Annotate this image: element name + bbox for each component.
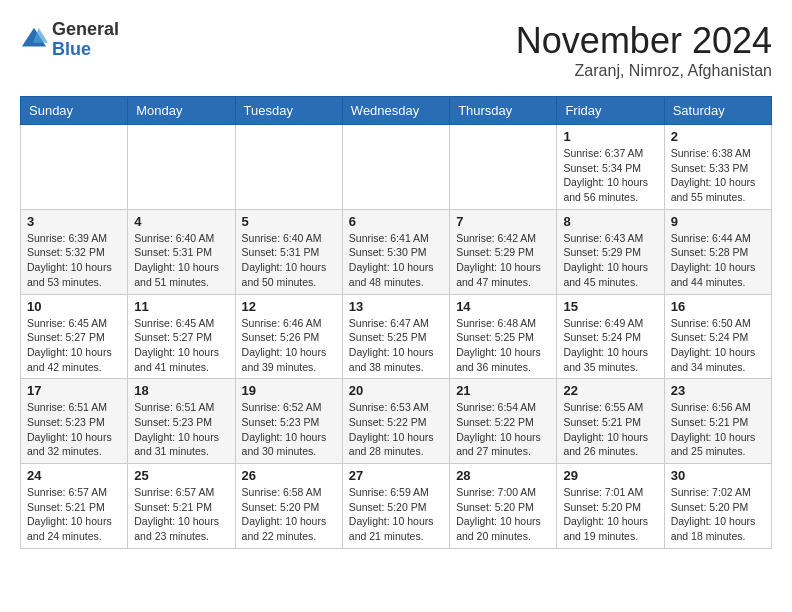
calendar-cell: 13Sunrise: 6:47 AM Sunset: 5:25 PM Dayli… (342, 294, 449, 379)
day-info: Sunrise: 6:53 AM Sunset: 5:22 PM Dayligh… (349, 400, 443, 459)
calendar-cell: 20Sunrise: 6:53 AM Sunset: 5:22 PM Dayli… (342, 379, 449, 464)
day-info: Sunrise: 6:45 AM Sunset: 5:27 PM Dayligh… (27, 316, 121, 375)
calendar-cell: 25Sunrise: 6:57 AM Sunset: 5:21 PM Dayli… (128, 464, 235, 549)
day-number: 27 (349, 468, 443, 483)
calendar-cell: 6Sunrise: 6:41 AM Sunset: 5:30 PM Daylig… (342, 209, 449, 294)
day-info: Sunrise: 6:55 AM Sunset: 5:21 PM Dayligh… (563, 400, 657, 459)
day-number: 17 (27, 383, 121, 398)
calendar-cell: 18Sunrise: 6:51 AM Sunset: 5:23 PM Dayli… (128, 379, 235, 464)
calendar-cell: 30Sunrise: 7:02 AM Sunset: 5:20 PM Dayli… (664, 464, 771, 549)
calendar-cell: 9Sunrise: 6:44 AM Sunset: 5:28 PM Daylig… (664, 209, 771, 294)
day-info: Sunrise: 6:48 AM Sunset: 5:25 PM Dayligh… (456, 316, 550, 375)
calendar-cell: 11Sunrise: 6:45 AM Sunset: 5:27 PM Dayli… (128, 294, 235, 379)
calendar-cell: 14Sunrise: 6:48 AM Sunset: 5:25 PM Dayli… (450, 294, 557, 379)
day-number: 14 (456, 299, 550, 314)
weekday-header: Tuesday (235, 97, 342, 125)
day-info: Sunrise: 6:41 AM Sunset: 5:30 PM Dayligh… (349, 231, 443, 290)
calendar-cell (21, 125, 128, 210)
day-number: 2 (671, 129, 765, 144)
calendar-cell: 17Sunrise: 6:51 AM Sunset: 5:23 PM Dayli… (21, 379, 128, 464)
day-info: Sunrise: 6:42 AM Sunset: 5:29 PM Dayligh… (456, 231, 550, 290)
logo: General Blue (20, 20, 119, 60)
calendar-cell: 1Sunrise: 6:37 AM Sunset: 5:34 PM Daylig… (557, 125, 664, 210)
calendar-table: SundayMondayTuesdayWednesdayThursdayFrid… (20, 96, 772, 549)
day-number: 6 (349, 214, 443, 229)
calendar-cell: 7Sunrise: 6:42 AM Sunset: 5:29 PM Daylig… (450, 209, 557, 294)
calendar-cell: 4Sunrise: 6:40 AM Sunset: 5:31 PM Daylig… (128, 209, 235, 294)
day-info: Sunrise: 6:54 AM Sunset: 5:22 PM Dayligh… (456, 400, 550, 459)
day-info: Sunrise: 6:57 AM Sunset: 5:21 PM Dayligh… (27, 485, 121, 544)
day-info: Sunrise: 6:49 AM Sunset: 5:24 PM Dayligh… (563, 316, 657, 375)
day-info: Sunrise: 6:38 AM Sunset: 5:33 PM Dayligh… (671, 146, 765, 205)
day-info: Sunrise: 6:58 AM Sunset: 5:20 PM Dayligh… (242, 485, 336, 544)
day-info: Sunrise: 6:45 AM Sunset: 5:27 PM Dayligh… (134, 316, 228, 375)
day-info: Sunrise: 6:44 AM Sunset: 5:28 PM Dayligh… (671, 231, 765, 290)
day-info: Sunrise: 6:46 AM Sunset: 5:26 PM Dayligh… (242, 316, 336, 375)
day-info: Sunrise: 7:01 AM Sunset: 5:20 PM Dayligh… (563, 485, 657, 544)
day-info: Sunrise: 6:51 AM Sunset: 5:23 PM Dayligh… (27, 400, 121, 459)
calendar-cell: 10Sunrise: 6:45 AM Sunset: 5:27 PM Dayli… (21, 294, 128, 379)
calendar-cell: 12Sunrise: 6:46 AM Sunset: 5:26 PM Dayli… (235, 294, 342, 379)
calendar-cell: 3Sunrise: 6:39 AM Sunset: 5:32 PM Daylig… (21, 209, 128, 294)
day-number: 29 (563, 468, 657, 483)
calendar-cell: 15Sunrise: 6:49 AM Sunset: 5:24 PM Dayli… (557, 294, 664, 379)
calendar-cell: 8Sunrise: 6:43 AM Sunset: 5:29 PM Daylig… (557, 209, 664, 294)
day-number: 21 (456, 383, 550, 398)
day-number: 1 (563, 129, 657, 144)
day-number: 7 (456, 214, 550, 229)
day-number: 30 (671, 468, 765, 483)
logo-icon (20, 26, 48, 54)
calendar-cell: 23Sunrise: 6:56 AM Sunset: 5:21 PM Dayli… (664, 379, 771, 464)
day-info: Sunrise: 6:56 AM Sunset: 5:21 PM Dayligh… (671, 400, 765, 459)
calendar-cell: 5Sunrise: 6:40 AM Sunset: 5:31 PM Daylig… (235, 209, 342, 294)
day-number: 3 (27, 214, 121, 229)
day-info: Sunrise: 6:43 AM Sunset: 5:29 PM Dayligh… (563, 231, 657, 290)
day-number: 20 (349, 383, 443, 398)
calendar-cell: 28Sunrise: 7:00 AM Sunset: 5:20 PM Dayli… (450, 464, 557, 549)
day-number: 22 (563, 383, 657, 398)
day-info: Sunrise: 6:40 AM Sunset: 5:31 PM Dayligh… (134, 231, 228, 290)
day-number: 11 (134, 299, 228, 314)
calendar-cell: 21Sunrise: 6:54 AM Sunset: 5:22 PM Dayli… (450, 379, 557, 464)
calendar-cell: 16Sunrise: 6:50 AM Sunset: 5:24 PM Dayli… (664, 294, 771, 379)
calendar-week-row: 17Sunrise: 6:51 AM Sunset: 5:23 PM Dayli… (21, 379, 772, 464)
day-info: Sunrise: 6:50 AM Sunset: 5:24 PM Dayligh… (671, 316, 765, 375)
calendar-cell: 24Sunrise: 6:57 AM Sunset: 5:21 PM Dayli… (21, 464, 128, 549)
weekday-header: Friday (557, 97, 664, 125)
day-info: Sunrise: 7:02 AM Sunset: 5:20 PM Dayligh… (671, 485, 765, 544)
calendar-cell (450, 125, 557, 210)
day-info: Sunrise: 6:40 AM Sunset: 5:31 PM Dayligh… (242, 231, 336, 290)
day-number: 19 (242, 383, 336, 398)
calendar-cell: 27Sunrise: 6:59 AM Sunset: 5:20 PM Dayli… (342, 464, 449, 549)
calendar-cell (342, 125, 449, 210)
day-number: 28 (456, 468, 550, 483)
weekday-header: Saturday (664, 97, 771, 125)
location-title: Zaranj, Nimroz, Afghanistan (516, 62, 772, 80)
day-number: 26 (242, 468, 336, 483)
day-info: Sunrise: 6:51 AM Sunset: 5:23 PM Dayligh… (134, 400, 228, 459)
logo-text: General Blue (52, 20, 119, 60)
day-number: 15 (563, 299, 657, 314)
day-number: 23 (671, 383, 765, 398)
day-info: Sunrise: 6:57 AM Sunset: 5:21 PM Dayligh… (134, 485, 228, 544)
calendar-week-row: 1Sunrise: 6:37 AM Sunset: 5:34 PM Daylig… (21, 125, 772, 210)
calendar-cell (235, 125, 342, 210)
calendar-cell: 29Sunrise: 7:01 AM Sunset: 5:20 PM Dayli… (557, 464, 664, 549)
month-title: November 2024 (516, 20, 772, 62)
page-header: General Blue November 2024 Zaranj, Nimro… (20, 20, 772, 80)
weekday-header: Sunday (21, 97, 128, 125)
day-number: 18 (134, 383, 228, 398)
day-info: Sunrise: 6:59 AM Sunset: 5:20 PM Dayligh… (349, 485, 443, 544)
weekday-header: Wednesday (342, 97, 449, 125)
calendar-cell (128, 125, 235, 210)
day-number: 16 (671, 299, 765, 314)
calendar-week-row: 10Sunrise: 6:45 AM Sunset: 5:27 PM Dayli… (21, 294, 772, 379)
day-info: Sunrise: 6:39 AM Sunset: 5:32 PM Dayligh… (27, 231, 121, 290)
day-number: 25 (134, 468, 228, 483)
day-number: 13 (349, 299, 443, 314)
day-number: 8 (563, 214, 657, 229)
day-info: Sunrise: 6:47 AM Sunset: 5:25 PM Dayligh… (349, 316, 443, 375)
calendar-week-row: 3Sunrise: 6:39 AM Sunset: 5:32 PM Daylig… (21, 209, 772, 294)
weekday-header: Monday (128, 97, 235, 125)
day-number: 5 (242, 214, 336, 229)
